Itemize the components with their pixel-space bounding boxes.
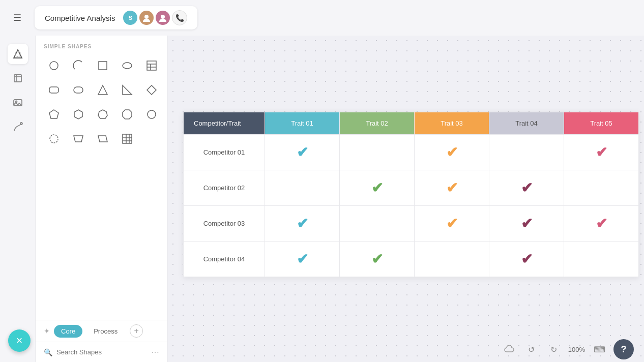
- svg-marker-20: [123, 85, 132, 95]
- avatar-p[interactable]: [156, 11, 170, 25]
- shape-arc[interactable]: [68, 55, 89, 76]
- avatar-group: S 📞: [123, 10, 187, 25]
- document-title: Competitive Analysis: [45, 14, 115, 22]
- shape-rounded-rect2[interactable]: [68, 80, 89, 100]
- svg-marker-25: [123, 110, 132, 119]
- row-1-t1: ✔: [265, 135, 340, 170]
- fab-button[interactable]: ×: [8, 329, 31, 352]
- section-label: SIMPLE SHAPES: [44, 44, 159, 49]
- row-1-name: Competitor 01: [184, 135, 265, 170]
- shape-ellipse[interactable]: [117, 55, 137, 76]
- competitive-table-wrapper: Competitor/Trait Trait 01 Trait 02 Trait…: [183, 112, 639, 277]
- svg-point-1: [161, 15, 165, 19]
- col-header-t3: Trait 03: [415, 112, 489, 135]
- svg-marker-29: [98, 136, 107, 142]
- svg-rect-13: [147, 61, 156, 70]
- shape-trapezoid[interactable]: [68, 129, 89, 149]
- table-row: Competitor 01 ✔ ✔ ✔: [184, 135, 639, 170]
- table-row: Competitor 03 ✔ ✔ ✔ ✔: [184, 206, 639, 242]
- svg-point-10: [50, 62, 58, 70]
- shape-octagon[interactable]: [117, 104, 137, 125]
- col-header-t1: Trait 01: [265, 112, 340, 135]
- row-2-t4: ✔: [489, 170, 564, 206]
- row-4-t4: ✔: [489, 242, 564, 277]
- shape-pentagon[interactable]: [44, 104, 64, 125]
- row-2-t2: ✔: [340, 170, 415, 206]
- row-2-t5: [564, 170, 639, 206]
- avatar-b[interactable]: [139, 11, 154, 25]
- col-header-t4: Trait 04: [489, 112, 564, 135]
- row-3-t5: ✔: [564, 206, 639, 242]
- svg-marker-19: [98, 85, 107, 95]
- bottom-bar: ↺ ↻ 100% ⌨ ?: [0, 337, 644, 362]
- keyboard-icon[interactable]: ⌨: [591, 341, 607, 357]
- row-3-t4: ✔: [489, 206, 564, 242]
- shape-rounded-rect[interactable]: [44, 80, 64, 100]
- shape-square[interactable]: [93, 55, 113, 76]
- row-4-t5: [564, 242, 639, 277]
- undo-icon[interactable]: ↺: [523, 341, 540, 357]
- row-3-t2: [340, 206, 415, 242]
- svg-marker-28: [74, 136, 83, 142]
- menu-icon: ☰: [13, 12, 21, 23]
- canvas-area: Competitor/Trait Trait 01 Trait 02 Trait…: [168, 36, 644, 362]
- row-2-t3: ✔: [415, 170, 489, 206]
- row-4-t1: ✔: [265, 242, 340, 277]
- shape-table[interactable]: [141, 55, 162, 76]
- phone-button[interactable]: 📞: [172, 10, 187, 25]
- row-1-t4: [489, 135, 564, 170]
- table-row: Competitor 02 ✔ ✔ ✔: [184, 170, 639, 206]
- shape-grid[interactable]: [117, 129, 137, 149]
- shape-circle2[interactable]: [141, 104, 162, 125]
- row-4-t2: ✔: [340, 242, 415, 277]
- shape-heptagon[interactable]: [93, 104, 113, 125]
- svg-point-12: [123, 63, 132, 69]
- shape-parallelogram[interactable]: [93, 129, 113, 149]
- shape-circle3[interactable]: [44, 129, 64, 149]
- sidebar-shapes-icon[interactable]: [8, 44, 28, 64]
- left-sidebar: [0, 36, 36, 362]
- row-1-t2: [340, 135, 415, 170]
- cloud-icon[interactable]: [501, 341, 517, 357]
- tab-add-button[interactable]: +: [130, 324, 143, 338]
- tab-core[interactable]: Core: [54, 325, 82, 338]
- svg-marker-22: [49, 110, 58, 118]
- shape-right-triangle[interactable]: [117, 80, 137, 100]
- help-button[interactable]: ?: [613, 339, 634, 359]
- svg-marker-23: [74, 110, 82, 119]
- col-header-t5: Trait 05: [564, 112, 639, 135]
- row-1-t5: ✔: [564, 135, 639, 170]
- avatar-s[interactable]: S: [123, 11, 137, 25]
- shapes-grid: [44, 55, 159, 149]
- svg-marker-24: [98, 110, 107, 118]
- svg-rect-30: [123, 134, 132, 143]
- competitive-table: Competitor/Trait Trait 01 Trait 02 Trait…: [183, 112, 639, 277]
- shape-circle[interactable]: [44, 55, 64, 76]
- svg-rect-17: [49, 87, 58, 93]
- row-3-t3: ✔: [415, 206, 489, 242]
- sidebar-image-icon[interactable]: [8, 93, 28, 113]
- row-3-t1: ✔: [265, 206, 340, 242]
- svg-point-27: [50, 135, 58, 143]
- row-2-t1: [265, 170, 340, 206]
- tab-process[interactable]: Process: [86, 325, 125, 338]
- svg-point-26: [148, 110, 156, 118]
- redo-icon[interactable]: ↻: [546, 341, 562, 357]
- svg-rect-18: [74, 87, 83, 93]
- svg-rect-11: [99, 62, 107, 70]
- table-row: Competitor 04 ✔ ✔ ✔: [184, 242, 639, 277]
- tab-star-icon[interactable]: ✦: [44, 327, 50, 335]
- row-3-name: Competitor 03: [184, 206, 265, 242]
- shape-triangle[interactable]: [93, 80, 113, 100]
- sidebar-draw-icon[interactable]: [8, 117, 28, 137]
- shape-hexagon[interactable]: [68, 104, 89, 125]
- shape-diamond[interactable]: [141, 80, 162, 100]
- menu-button[interactable]: ☰: [8, 9, 26, 27]
- row-4-name: Competitor 04: [184, 242, 265, 277]
- row-4-t3: [415, 242, 489, 277]
- row-2-name: Competitor 02: [184, 170, 265, 206]
- title-bar: Competitive Analysis S 📞: [35, 6, 197, 29]
- svg-rect-4: [14, 75, 21, 82]
- topbar: ☰ Competitive Analysis S 📞: [0, 0, 644, 36]
- sidebar-frame-icon[interactable]: [8, 68, 28, 88]
